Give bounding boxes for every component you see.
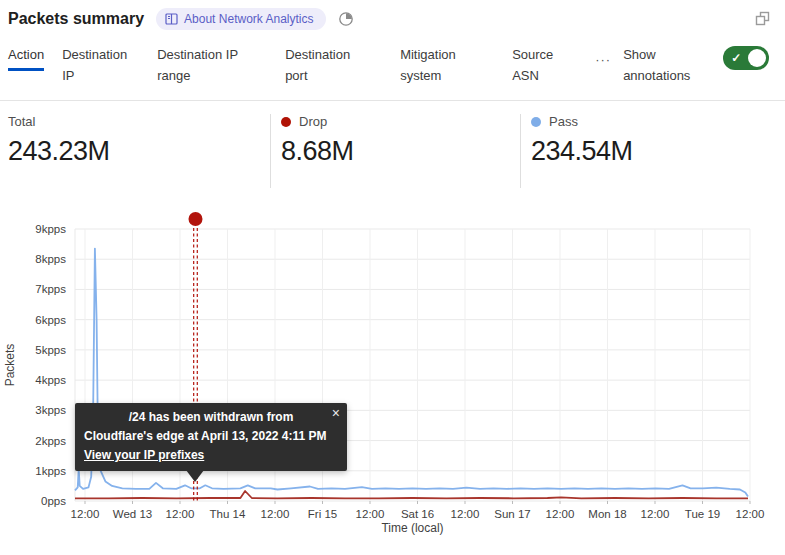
svg-text:12:00: 12:00 — [641, 508, 670, 520]
svg-text:12:00: 12:00 — [356, 508, 385, 520]
stat-drop-label: Drop — [299, 114, 327, 129]
stat-total: Total 243.23M — [0, 114, 270, 188]
stat-pass: Pass 234.54M — [520, 114, 785, 188]
tooltip-arrow — [186, 470, 204, 482]
svg-text:12:00: 12:00 — [261, 508, 290, 520]
tab-destination-port[interactable]: Destination port — [285, 44, 370, 86]
popout-icon[interactable] — [754, 10, 771, 30]
svg-text:Sun 17: Sun 17 — [494, 508, 530, 520]
about-badge-label: About Network Analytics — [184, 12, 313, 26]
stats-row: Total 243.23M Drop 8.68M Pass 234.54M — [0, 100, 785, 188]
svg-text:12:00: 12:00 — [546, 508, 575, 520]
svg-text:12:00: 12:00 — [71, 508, 100, 520]
svg-text:6kpps: 6kpps — [35, 314, 66, 326]
svg-text:12:00: 12:00 — [736, 508, 765, 520]
drop-legend-dot — [281, 117, 291, 127]
svg-text:5kpps: 5kpps — [35, 344, 66, 356]
history-icon[interactable] — [338, 11, 354, 27]
svg-text:2kpps: 2kpps — [35, 435, 66, 447]
svg-text:Wed 13: Wed 13 — [113, 508, 152, 520]
annotation-tooltip: × /24 has been withdrawn from Cloudflare… — [75, 403, 347, 471]
svg-text:3kpps: 3kpps — [35, 404, 66, 416]
about-network-analytics-badge[interactable]: About Network Analytics — [156, 8, 325, 30]
more-tabs-icon[interactable]: ··· — [595, 52, 611, 67]
tab-mitigation-system[interactable]: Mitigation system — [400, 44, 482, 86]
pass-legend-dot — [531, 117, 541, 127]
check-icon: ✓ — [731, 51, 741, 65]
stat-drop: Drop 8.68M — [270, 114, 520, 188]
close-icon[interactable]: × — [332, 404, 340, 423]
tab-destination-ip[interactable]: Destination IP — [62, 44, 137, 86]
svg-text:Mon 18: Mon 18 — [588, 508, 626, 520]
svg-text:4kpps: 4kpps — [35, 374, 66, 386]
svg-text:8kpps: 8kpps — [35, 253, 66, 265]
show-annotations-label: Show annotations — [623, 44, 709, 86]
svg-text:Sat 16: Sat 16 — [401, 508, 434, 520]
stat-total-value: 243.23M — [8, 136, 270, 167]
show-annotations-toggle[interactable]: ✓ — [723, 46, 769, 70]
dimension-tabs: Action Destination IP Destination IP ran… — [8, 44, 777, 86]
svg-text:Tue 19: Tue 19 — [685, 508, 720, 520]
tab-action[interactable]: Action — [8, 44, 44, 71]
drop-line — [75, 491, 748, 498]
svg-text:0pps: 0pps — [41, 495, 66, 507]
svg-text:12:00: 12:00 — [451, 508, 480, 520]
svg-text:12:00: 12:00 — [166, 508, 195, 520]
svg-text:Packets: Packets — [3, 344, 17, 387]
stat-total-label: Total — [8, 114, 35, 129]
svg-text:Thu 14: Thu 14 — [210, 508, 246, 520]
svg-text:7kpps: 7kpps — [35, 283, 66, 295]
annotation-dot[interactable] — [188, 212, 202, 226]
tab-source-asn[interactable]: Source ASN — [512, 44, 567, 86]
page-title: Packets summary — [8, 10, 144, 28]
stat-pass-label: Pass — [549, 114, 578, 129]
svg-text:1kpps: 1kpps — [35, 465, 66, 477]
chart-canvas[interactable]: 0pps1kpps2kpps3kpps4kpps5kpps6kpps7kpps8… — [0, 205, 785, 555]
svg-text:Fri 15: Fri 15 — [308, 508, 337, 520]
packets-chart[interactable]: 0pps1kpps2kpps3kpps4kpps5kpps6kpps7kpps8… — [0, 205, 785, 555]
toggle-knob — [748, 49, 766, 67]
view-ip-prefixes-link[interactable]: View your IP prefixes — [84, 448, 204, 462]
svg-text:9kpps: 9kpps — [35, 223, 66, 235]
tab-destination-ip-range[interactable]: Destination IP range — [157, 44, 252, 86]
svg-text:Time (local): Time (local) — [381, 521, 443, 535]
header: Packets summary About Network Analytics — [8, 8, 751, 30]
book-icon — [165, 13, 178, 25]
annotation-text-line1: /24 has been withdrawn from — [84, 408, 338, 427]
stat-pass-value: 234.54M — [531, 136, 785, 167]
stat-drop-value: 8.68M — [281, 136, 520, 167]
annotation-text-line2: Cloudflare's edge at April 13, 2022 4:11… — [84, 427, 338, 446]
